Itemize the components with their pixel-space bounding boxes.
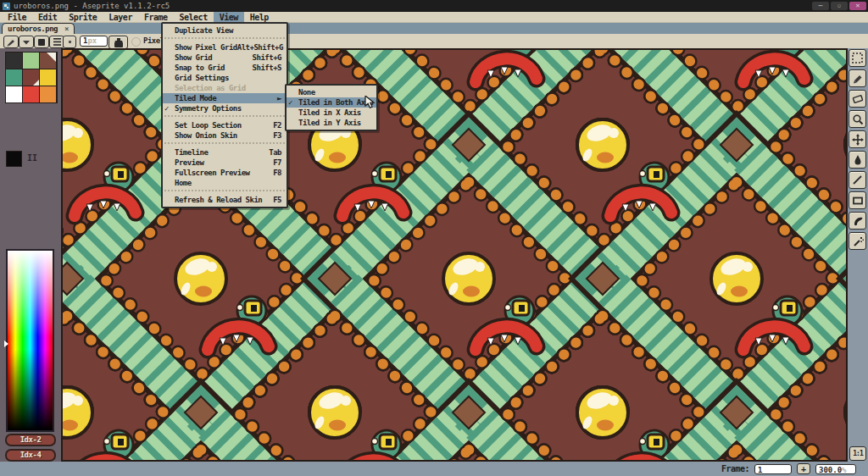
menu-item-fullscreen-preview[interactable]: Fullscreen PreviewF8 — [163, 168, 287, 178]
menu-item-timeline[interactable]: TimelineTab — [163, 147, 287, 158]
submenu-arrow-icon: ► — [277, 93, 281, 103]
main-area: II Idx-2 Idx-4 — [0, 48, 868, 462]
menu-item-home[interactable]: Home — [163, 178, 287, 188]
palette-swatch-background[interactable] — [23, 69, 39, 86]
aseprite-window: uroboros.png - Aseprite v1.1.2-rc5 – ▫ ✕… — [0, 0, 868, 476]
palette-swatch[interactable] — [40, 69, 56, 86]
frame-label: Frame: — [721, 464, 749, 473]
menu-sprite[interactable]: Sprite — [63, 12, 103, 22]
menu-layer[interactable]: Layer — [103, 12, 138, 22]
background-color-marker — [33, 80, 39, 86]
add-frame-button[interactable]: + — [797, 463, 810, 474]
minimize-button[interactable]: – — [812, 2, 829, 10]
palette-swatch[interactable] — [40, 86, 56, 102]
menu-select[interactable]: Select — [174, 12, 214, 22]
menu-item-grid-settings[interactable]: Grid Settings — [163, 73, 287, 83]
line-tool-button[interactable] — [849, 171, 866, 189]
check-icon: ✓ — [164, 103, 169, 113]
ink-button[interactable] — [108, 36, 128, 49]
tab-close-icon[interactable]: × — [64, 25, 69, 33]
color-spectrum-picker[interactable] — [6, 249, 54, 432]
tab-uroboros[interactable]: uroboros.png × — [2, 23, 75, 34]
ink-drop-icon — [853, 154, 863, 165]
palette-swatch-black[interactable] — [6, 151, 22, 167]
menu-item-symmetry-options[interactable]: ✓Symmetry Options — [163, 103, 287, 113]
palette-grid — [5, 52, 58, 103]
rectangle-tool-button[interactable] — [849, 191, 866, 209]
context-bar: 1px Pixel-perfect — [0, 34, 868, 48]
tool-strip — [848, 48, 868, 462]
zoom-tool-button[interactable] — [849, 110, 866, 128]
palette-swatch-foreground[interactable] — [40, 53, 56, 69]
marquee-icon — [852, 53, 863, 64]
paint-bucket-tool-button[interactable] — [849, 151, 866, 169]
rectangle-icon — [852, 196, 864, 206]
zoom-reset-button[interactable]: 1:1 — [849, 446, 866, 461]
contour-tool-button[interactable] — [849, 212, 866, 230]
submenu-item-tiled-x-axis[interactable]: Tiled in X Axis — [287, 108, 376, 118]
hamburger-icon — [53, 38, 61, 46]
submenu-item-tiled-both-axis[interactable]: ✓Tiled in Both Axis — [287, 97, 376, 108]
eraser-icon — [852, 94, 864, 104]
menu-item-preview[interactable]: PreviewF7 — [163, 158, 287, 168]
menu-item-show-grid[interactable]: Show GridShift+G — [163, 53, 287, 63]
brush-size-input[interactable]: 1px — [80, 36, 108, 47]
foreground-color-marker — [47, 53, 56, 62]
menu-help[interactable]: Help — [244, 12, 275, 22]
background-color-button[interactable]: Idx-4 — [5, 449, 56, 462]
palette-swatch[interactable] — [23, 86, 39, 102]
check-icon: ✓ — [288, 97, 292, 108]
palette-swatch[interactable] — [23, 53, 39, 69]
rectangular-marquee-tool-button[interactable] — [849, 49, 866, 67]
tab-bar: uroboros.png × — [0, 23, 868, 34]
frame-number-input[interactable]: 1 — [754, 464, 792, 474]
menu-view[interactable]: View — [214, 12, 244, 22]
spectrum-marker — [4, 340, 8, 347]
palette-section-mark: II — [27, 153, 37, 163]
menu-item-selection-as-grid: Selection as Grid — [163, 83, 287, 93]
menu-item-tiled-mode[interactable]: Tiled Mode► — [163, 93, 287, 103]
menu-item-set-loop-section[interactable]: Set Loop SectionF2 — [163, 120, 287, 130]
dot-icon — [69, 41, 71, 43]
brush-dropdown-button[interactable] — [19, 36, 34, 48]
brush-icon — [6, 37, 16, 47]
tab-label: uroboros.png — [8, 25, 58, 33]
spray-icon — [852, 235, 864, 247]
contour-blob-icon — [852, 215, 863, 226]
color-sidebar: II Idx-2 Idx-4 — [0, 48, 61, 462]
menu-item-duplicate-view[interactable]: Duplicate View — [163, 25, 287, 36]
menu-item-snap-to-grid[interactable]: Snap to GridShift+S — [163, 63, 287, 73]
square-icon — [38, 39, 45, 46]
window-title: uroboros.png - Aseprite v1.1.2-rc5 — [14, 2, 170, 10]
palette-swatch[interactable] — [6, 69, 22, 86]
menu-edit[interactable]: Edit — [32, 12, 63, 22]
submenu-item-none[interactable]: None — [287, 87, 376, 97]
mouse-cursor — [364, 96, 376, 109]
app-icon — [3, 3, 10, 10]
eraser-tool-button[interactable] — [849, 90, 866, 108]
brush-preview-button[interactable] — [63, 36, 76, 48]
move-arrows-icon — [852, 134, 864, 146]
chevron-down-icon — [23, 40, 30, 45]
menu-item-refresh-reload-skin[interactable]: Refresh & Reload SkinF5 — [163, 195, 287, 205]
frame-duration-input[interactable]: 300.0% — [815, 464, 856, 474]
title-bar: uroboros.png - Aseprite v1.1.2-rc5 – ▫ ✕ — [0, 0, 868, 12]
brush-type-button[interactable] — [3, 36, 19, 48]
maximize-button[interactable]: ▫ — [831, 2, 848, 10]
menu-item-show-onion-skin[interactable]: Show Onion SkinF3 — [163, 130, 287, 141]
palette-swatch[interactable] — [6, 86, 22, 102]
move-tool-button[interactable] — [849, 130, 866, 148]
menu-file[interactable]: File — [2, 12, 32, 22]
ink-bottle-icon — [114, 38, 124, 47]
pixel-perfect-checkbox[interactable] — [131, 37, 141, 47]
palette-swatch[interactable] — [6, 53, 22, 69]
spray-tool-button[interactable] — [849, 232, 866, 250]
submenu-item-tiled-y-axis[interactable]: Tiled in Y Axis — [287, 118, 376, 128]
magnifier-icon — [852, 113, 864, 125]
menu-item-show-pixel-grid[interactable]: Show Pixel GridAlt+Shift+G — [163, 42, 287, 53]
foreground-color-button[interactable]: Idx-2 — [5, 434, 56, 446]
menu-frame[interactable]: Frame — [138, 12, 174, 22]
pencil-tool-button[interactable] — [849, 69, 866, 87]
square-brush-button[interactable] — [34, 36, 49, 48]
close-button[interactable]: ✕ — [849, 2, 866, 10]
